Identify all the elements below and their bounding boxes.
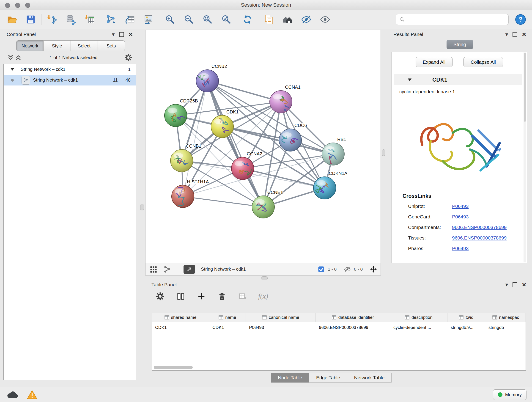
eye-slash-icon — [301, 14, 312, 25]
column-header-canonical-name[interactable]: canonical name — [246, 313, 316, 322]
disclosure-triangle-icon[interactable] — [407, 77, 412, 82]
cloud-icon[interactable] — [6, 390, 19, 399]
table-row[interactable]: CDK1CDK1P064939606.ENSP00000378699cyclin… — [152, 322, 526, 333]
panel-float-icon[interactable] — [513, 32, 517, 37]
crosslink-link[interactable]: 9606.ENSP00000378699 — [452, 235, 507, 241]
column-header--id[interactable]: @id — [447, 313, 485, 322]
move-crosshair-icon[interactable] — [370, 266, 377, 273]
maximize-window-button[interactable] — [25, 3, 30, 8]
selected-checkbox-icon[interactable] — [318, 266, 325, 273]
panel-close-icon[interactable]: × — [128, 31, 133, 38]
panel-minimize-icon[interactable]: ▾ — [505, 32, 508, 37]
refresh-button[interactable] — [241, 13, 254, 26]
delete-column-button[interactable] — [217, 291, 227, 301]
export-image-button[interactable] — [142, 13, 155, 26]
copy-document-button[interactable] — [262, 13, 275, 26]
network-node-CDC6[interactable] — [279, 129, 302, 151]
tab-network-table[interactable]: Network Table — [347, 373, 392, 383]
network-node-CCNB1[interactable] — [171, 149, 193, 172]
birdseye-view-icon[interactable] — [149, 265, 158, 274]
splitter-handle[interactable] — [261, 276, 268, 280]
expand-all-icon[interactable] — [15, 54, 22, 61]
help-button[interactable]: ? — [515, 13, 526, 26]
column-header-namespac[interactable]: namespac — [485, 313, 526, 322]
network-edge-HIST1H1A-CCNE1[interactable] — [183, 196, 263, 207]
panel-float-icon[interactable] — [513, 282, 517, 287]
zoom-in-button[interactable] — [163, 13, 176, 26]
home-button[interactable] — [281, 13, 294, 26]
function-builder-button[interactable]: f(x) — [258, 292, 268, 300]
tab-network[interactable]: Network — [16, 40, 44, 51]
show-all-button[interactable] — [319, 13, 331, 26]
crosslink-link[interactable]: 9606.ENSP00000378699 — [452, 225, 507, 230]
node-label-HIST1H1A: HIST1H1A — [187, 179, 209, 184]
disclosure-triangle-icon[interactable] — [10, 67, 15, 72]
column-header-database-identifier[interactable]: database identifier — [316, 313, 390, 322]
table-cell: CDK1 — [152, 325, 209, 330]
tab-style[interactable]: Style — [44, 40, 70, 51]
tab-sets[interactable]: Sets — [98, 40, 125, 51]
gene-detail-block: CDK1 cyclin-dependent kinase 1 — [394, 74, 522, 261]
tab-node-table[interactable]: Node Table — [271, 373, 309, 383]
collapse-all-button[interactable]: Collapse All — [463, 57, 503, 67]
memory-button[interactable]: Memory — [493, 389, 526, 400]
network-view-panel: CCNB2CCNA1CDC25BCDK1CDC6RB1CCNB1CCNA2CDK… — [145, 30, 381, 275]
node-highlight — [214, 119, 224, 124]
import-network-file-button[interactable] — [46, 13, 58, 26]
hidden-eye-slash-icon[interactable] — [344, 266, 351, 273]
save-session-button[interactable] — [24, 13, 37, 26]
panel-minimize-icon[interactable]: ▾ — [112, 32, 114, 37]
zoom-out-icon — [183, 14, 194, 25]
network-collection-row[interactable]: String Network – cdk1 1 — [4, 64, 136, 75]
network-share-icon[interactable] — [163, 265, 172, 274]
network-canvas[interactable]: CCNB2CCNA1CDC25BCDK1CDC6RB1CCNB1CCNA2CDK… — [146, 30, 380, 263]
show-columns-button[interactable] — [176, 291, 186, 301]
column-header-shared-name[interactable]: shared name — [152, 313, 209, 322]
close-window-button[interactable] — [5, 3, 10, 8]
network-node-CCNA1[interactable] — [270, 90, 292, 113]
table-settings-button[interactable] — [155, 291, 165, 301]
panel-float-icon[interactable] — [119, 32, 124, 37]
export-network-button[interactable] — [104, 13, 117, 26]
results-panel-header: Results Panel ▾ × — [390, 30, 529, 39]
network-node-CDK1[interactable] — [211, 115, 234, 138]
network-options-gear-icon[interactable] — [124, 54, 132, 61]
collapse-all-icon[interactable] — [7, 54, 14, 61]
tab-select[interactable]: Select — [71, 40, 98, 51]
open-session-button[interactable] — [6, 13, 18, 26]
import-network-database-button[interactable] — [64, 13, 77, 26]
column-header-name[interactable]: name — [209, 313, 246, 322]
network-tree: String Network – cdk1 1 String Network –… — [3, 64, 136, 380]
network-row[interactable]: String Network – cdk1 11 48 — [4, 75, 136, 85]
network-node-CCNA2[interactable] — [231, 157, 254, 180]
zoom-out-button[interactable] — [182, 13, 195, 26]
splitter-handle[interactable] — [382, 149, 385, 156]
table-horizontal-scrollbar[interactable] — [154, 366, 209, 369]
network-edge-CCNB2-CCNE1[interactable] — [207, 81, 263, 207]
warning-icon[interactable] — [27, 390, 38, 400]
create-column-button[interactable] — [196, 291, 206, 301]
results-scrollbar[interactable] — [524, 52, 526, 262]
hide-unhide-button[interactable] — [300, 13, 313, 26]
expand-all-button[interactable]: Expand All — [416, 57, 452, 67]
crosslink-link[interactable]: P06493 — [452, 214, 469, 220]
column-header-description[interactable]: description — [390, 313, 447, 322]
zoom-selected-button[interactable] — [220, 13, 233, 26]
delete-table-button[interactable] — [238, 291, 248, 301]
zoom-fit-button[interactable] — [201, 13, 214, 26]
results-tab-string[interactable]: String — [447, 40, 473, 49]
import-table-button[interactable] — [83, 13, 96, 26]
export-table-button[interactable] — [123, 13, 136, 26]
search-input[interactable] — [407, 15, 508, 24]
gene-header[interactable]: CDK1 — [394, 74, 522, 85]
crosslink-link[interactable]: P06493 — [452, 246, 469, 251]
minimize-window-button[interactable] — [15, 3, 20, 8]
open-in-new-window-button[interactable] — [184, 265, 195, 274]
tab-edge-table[interactable]: Edge Table — [309, 373, 347, 383]
panel-close-icon[interactable]: × — [522, 31, 526, 38]
panel-close-icon[interactable]: × — [522, 281, 526, 288]
network-node-RB1[interactable] — [322, 143, 344, 165]
crosslink-link[interactable]: P06493 — [452, 204, 469, 209]
panel-minimize-icon[interactable]: ▾ — [505, 282, 508, 287]
splitter-handle[interactable] — [140, 204, 144, 211]
